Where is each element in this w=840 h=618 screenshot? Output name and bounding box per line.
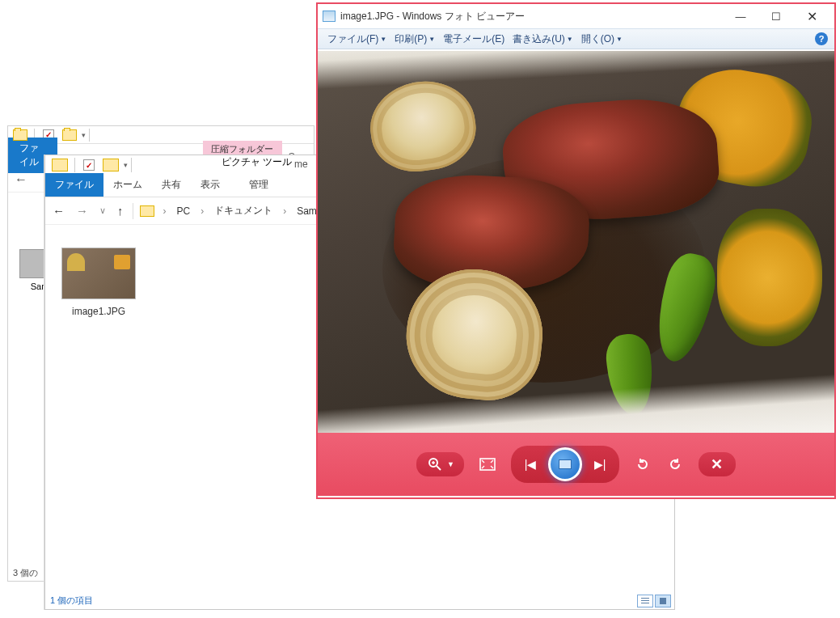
screen-icon: [559, 459, 572, 469]
separator: [133, 203, 133, 219]
rotate-cw-button[interactable]: [666, 455, 684, 473]
menu-print[interactable]: 印刷(P)▼: [391, 30, 438, 49]
tab-share[interactable]: 共有: [152, 173, 191, 197]
window-title: me: [294, 159, 308, 170]
menu-file[interactable]: ファイル(F)▼: [324, 30, 390, 49]
dropdown-icon[interactable]: ▾: [82, 131, 86, 139]
titlebar[interactable]: image1.JPG - Windows フォト ビューアー — ☐ ✕: [318, 4, 834, 28]
back-arrow-icon[interactable]: ←: [50, 201, 67, 220]
folder-icon[interactable]: [62, 129, 77, 141]
forward-arrow-icon[interactable]: →: [74, 201, 91, 220]
dropdown-icon[interactable]: ▾: [124, 161, 128, 169]
up-arrow-icon[interactable]: ↑: [115, 201, 126, 220]
window-controls: — ☐ ✕: [723, 5, 829, 28]
tab-home[interactable]: ホーム: [103, 173, 152, 197]
playback-group: |◀ ▶|: [511, 446, 619, 483]
properties-icon[interactable]: ✓: [83, 159, 95, 171]
minimize-button[interactable]: —: [723, 5, 758, 28]
details-view-button[interactable]: [637, 595, 653, 607]
file-label: image1.JPG: [60, 306, 137, 317]
separator: [74, 158, 75, 172]
help-button[interactable]: ?: [815, 32, 828, 45]
back-arrow-icon[interactable]: ←: [15, 172, 27, 187]
folder-icon[interactable]: [13, 129, 27, 141]
breadcrumb-documents[interactable]: ドキュメント: [213, 204, 274, 218]
next-button[interactable]: ▶|: [582, 453, 618, 476]
fit-to-window-button[interactable]: [479, 455, 496, 473]
status-bar-front: 1 個の項目: [50, 595, 93, 607]
breadcrumb-pc[interactable]: PC: [175, 205, 192, 217]
tab-view[interactable]: 表示: [191, 173, 230, 197]
close-button[interactable]: ✕: [794, 5, 829, 28]
delete-button[interactable]: ✕: [708, 455, 726, 473]
chevron-down-icon[interactable]: ▼: [447, 460, 454, 468]
slideshow-button[interactable]: [548, 447, 582, 481]
separator: [89, 129, 90, 142]
image-viewport[interactable]: [318, 49, 834, 433]
onion-shape: [365, 74, 481, 177]
menu-open[interactable]: 開く(O)▼: [578, 30, 626, 49]
previous-button[interactable]: |◀: [513, 453, 548, 476]
maximize-button[interactable]: ☐: [758, 5, 794, 28]
viewer-toolbar: ▼ |◀ ▶| ✕: [318, 433, 834, 496]
plate-edge: [318, 372, 834, 433]
breadcrumb-separator[interactable]: ›: [198, 205, 206, 217]
zoom-group: ▼: [416, 452, 464, 476]
recent-dropdown-icon[interactable]: ∨: [97, 203, 108, 218]
separator: [131, 158, 132, 172]
chevron-down-icon: ▼: [616, 36, 623, 43]
svg-line-1: [437, 466, 441, 470]
folder-icon[interactable]: [52, 159, 68, 171]
delete-group: ✕: [699, 452, 736, 476]
menubar: ファイル(F)▼ 印刷(P)▼ 電子メール(E) 書き込み(U)▼ 開く(O)▼…: [318, 28, 834, 49]
view-mode-buttons: [637, 595, 671, 607]
folder-icon: [140, 205, 154, 217]
menu-burn[interactable]: 書き込み(U)▼: [509, 30, 576, 49]
breadcrumb-separator[interactable]: ›: [161, 205, 169, 217]
menu-email[interactable]: 電子メール(E): [440, 30, 508, 49]
context-group-label: ピクチャ ツール: [222, 155, 292, 169]
pumpkin-shape: [717, 209, 822, 346]
folder-icon[interactable]: [103, 159, 119, 171]
tab-file[interactable]: ファイル: [45, 173, 103, 197]
chevron-down-icon: ▼: [428, 36, 435, 43]
tab-manage[interactable]: 管理: [239, 173, 278, 197]
zoom-button[interactable]: [426, 455, 444, 473]
thumbnails-view-button[interactable]: [655, 595, 671, 607]
status-bar-back: 3 個の: [13, 567, 38, 579]
image-thumb-icon: [61, 248, 136, 299]
file-item[interactable]: image1.JPG: [60, 248, 137, 317]
chevron-down-icon: ▼: [567, 36, 573, 43]
app-icon: [323, 11, 336, 22]
photo-viewer-window: image1.JPG - Windows フォト ビューアー — ☐ ✕ ファイ…: [316, 2, 836, 499]
breadcrumb-separator[interactable]: ›: [281, 205, 289, 217]
chevron-down-icon: ▼: [380, 36, 386, 43]
window-title: image1.JPG - Windows フォト ビューアー: [340, 10, 525, 23]
rotate-ccw-button[interactable]: [634, 455, 652, 473]
